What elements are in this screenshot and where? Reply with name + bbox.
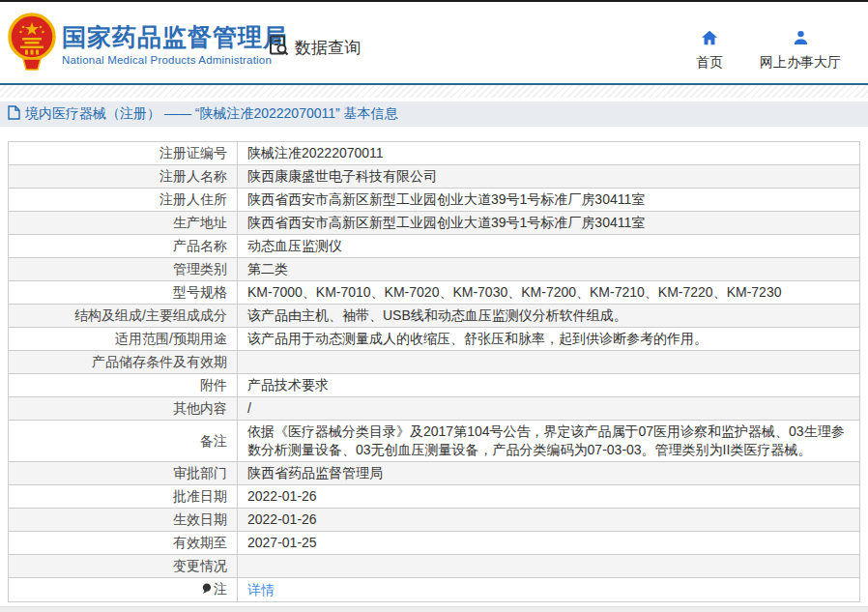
row-label: 结构及组成/主要组成成分 <box>9 305 238 328</box>
row-value: KM-7000、KM-7010、KM-7020、KM-7030、KM-7200、… <box>238 281 860 305</box>
org-subtitle: National Medical Products Administration <box>62 54 288 66</box>
row-value: 陕械注准20222070011 <box>238 142 860 165</box>
row-label: 适用范围/预期用途 <box>9 328 238 351</box>
top-nav: 首页 网上办事大厅 <box>696 30 841 72</box>
table-row: 产品储存条件及有效期 <box>9 351 860 374</box>
row-value: 2027-01-25 <box>238 532 860 555</box>
row-value: 陕西省药品监督管理局 <box>238 462 860 485</box>
row-label: 管理类别 <box>9 258 238 281</box>
row-label: 注册人名称 <box>9 165 238 189</box>
row-label: 变更情况 <box>9 555 238 578</box>
table-row: 注册人名称陕西康康盛世电子科技有限公司 <box>9 165 860 189</box>
table-row: 生效日期2022-01-26 <box>9 509 860 532</box>
row-value: 该产品用于动态测量成人的收缩压、舒张压和脉率，起到供诊断参考的作用。 <box>238 328 860 351</box>
breadcrumb: 境内医疗器械（注册） —— “陕械注准20222070011” 基本信息 <box>0 102 868 127</box>
row-label: 型号规格 <box>9 281 238 305</box>
org-title: 国家药品监督管理局 <box>62 22 288 51</box>
document-icon <box>8 105 20 124</box>
hatch-texture-strip <box>0 85 868 98</box>
table-row: 注册证编号陕械注准20222070011 <box>9 142 860 165</box>
row-label: 审批部门 <box>9 462 238 485</box>
row-value: 依据《医疗器械分类目录》及2017第104号公告，界定该产品属于07医用诊察和监… <box>238 421 860 462</box>
row-value <box>238 555 860 578</box>
site-header: 国家药品监督管理局 National Medical Products Admi… <box>0 2 868 83</box>
detail-link[interactable]: 详情 <box>247 582 275 597</box>
comment-icon <box>201 581 212 599</box>
data-query-tab[interactable]: 数据查询 <box>267 34 361 61</box>
nav-item-home[interactable]: 首页 <box>696 30 723 72</box>
table-row: 变更情况 <box>9 555 860 578</box>
row-label: 生效日期 <box>9 509 238 532</box>
row-label: 备注 <box>9 421 238 462</box>
table-row: 批准日期2022-01-26 <box>9 485 860 509</box>
data-query-icon <box>267 34 290 61</box>
row-value: 产品技术要求 <box>238 374 860 397</box>
row-value: 陕西省西安市高新区新型工业园创业大道39号1号标准厂房30411室 <box>238 189 860 212</box>
row-value: 详情 <box>238 578 860 602</box>
row-value: 动态血压监测仪 <box>238 235 860 258</box>
row-label: 注册人住所 <box>9 189 238 212</box>
footer-strip <box>0 606 868 612</box>
nav-item-online-hall[interactable]: 网上办事大厅 <box>760 30 841 72</box>
row-value: 陕西康康盛世电子科技有限公司 <box>238 165 860 189</box>
table-row: 审批部门陕西省药品监督管理局 <box>9 462 860 485</box>
nav-hall-label: 网上办事大厅 <box>760 54 841 72</box>
user-icon <box>793 30 809 49</box>
table-row: 生产地址陕西省西安市高新区新型工业园创业大道39号1号标准厂房30411室 <box>9 212 860 235</box>
table-row: 注详情 <box>9 578 860 602</box>
table-row: 适用范围/预期用途该产品用于动态测量成人的收缩压、舒张压和脉率，起到供诊断参考的… <box>9 328 860 351</box>
row-value <box>238 351 860 374</box>
row-label: 生产地址 <box>9 212 238 235</box>
row-label: 附件 <box>9 374 238 397</box>
national-emblem-logo <box>8 11 56 78</box>
table-row: 结构及组成/主要组成成分该产品由主机、袖带、USB线和动态血压监测仪分析软件组成… <box>9 305 860 328</box>
table-row: 型号规格KM-7000、KM-7010、KM-7020、KM-7030、KM-7… <box>9 281 860 305</box>
table-row: 管理类别第二类 <box>9 258 860 281</box>
row-label: 有效期至 <box>9 532 238 555</box>
row-value: 该产品由主机、袖带、USB线和动态血压监测仪分析软件组成。 <box>238 305 860 328</box>
row-label: 注 <box>9 578 238 602</box>
table-row: 其他内容/ <box>9 397 860 421</box>
row-label: 批准日期 <box>9 485 238 509</box>
table-row: 附件产品技术要求 <box>9 374 860 397</box>
nav-home-label: 首页 <box>696 54 723 72</box>
row-value: 2022-01-26 <box>238 509 860 532</box>
home-icon <box>701 30 718 49</box>
row-value: 第二类 <box>238 258 860 281</box>
table-row: 备注依据《医疗器械分类目录》及2017第104号公告，界定该产品属于07医用诊察… <box>9 421 860 462</box>
row-label: 其他内容 <box>9 397 238 421</box>
brand-block: 国家药品监督管理局 National Medical Products Admi… <box>62 22 288 66</box>
row-label: 产品储存条件及有效期 <box>9 351 238 374</box>
registration-info-table: 注册证编号陕械注准20222070011注册人名称陕西康康盛世电子科技有限公司注… <box>8 141 860 602</box>
row-value: 陕西省西安市高新区新型工业园创业大道39号1号标准厂房30411室 <box>238 212 860 235</box>
row-label: 产品名称 <box>9 235 238 258</box>
breadcrumb-text: 境内医疗器械（注册） —— “陕械注准20222070011” 基本信息 <box>25 105 398 123</box>
table-row: 注册人住所陕西省西安市高新区新型工业园创业大道39号1号标准厂房30411室 <box>9 189 860 212</box>
table-row: 产品名称动态血压监测仪 <box>9 235 860 258</box>
row-value: / <box>238 397 860 421</box>
registration-table-body: 注册证编号陕械注准20222070011注册人名称陕西康康盛世电子科技有限公司注… <box>9 142 860 602</box>
row-label: 注册证编号 <box>9 142 238 165</box>
row-value: 2022-01-26 <box>238 485 860 509</box>
table-row: 有效期至2027-01-25 <box>9 532 860 555</box>
data-query-label: 数据查询 <box>295 37 361 59</box>
